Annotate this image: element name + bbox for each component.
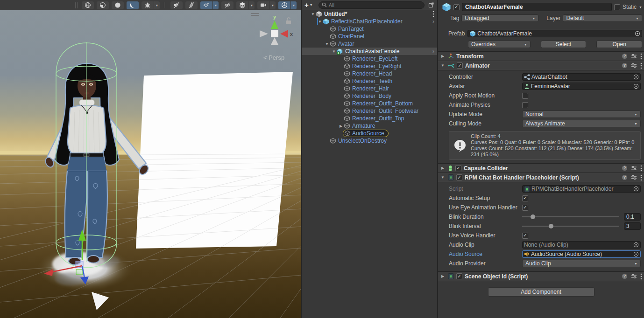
scene-object-id-component-header[interactable]: ▶ # ✓ Scene Object Id (Script) ?	[438, 271, 644, 281]
hierarchy-item-reflectischatbotplaceholder[interactable]: ▼ReflectisChatBotPlaceholder›	[302, 18, 437, 25]
culling-mode-dropdown[interactable]: Always Animate▼	[522, 120, 641, 127]
prefab-field[interactable]: ChatbotAvatarFemale	[467, 30, 642, 37]
draw-shaded-wire-button[interactable]	[97, 1, 109, 9]
animate-physics-checkbox[interactable]	[522, 102, 528, 108]
help-icon[interactable]: ?	[622, 273, 628, 279]
blink-duration-value[interactable]: 0.1	[624, 213, 641, 221]
hierarchy-item-untitled-[interactable]: ▼Untitled*	[302, 10, 437, 18]
prefab-open-chevron[interactable]: ›	[432, 18, 434, 25]
foldout-expanded-icon[interactable]: ▼	[324, 42, 330, 46]
hierarchy-item-armature[interactable]: ▶Armature	[302, 122, 437, 130]
scene-object-id-enabled-checkbox[interactable]: ✓	[456, 273, 462, 279]
prefab-select-button[interactable]: Select	[541, 41, 587, 48]
kebab-menu-icon[interactable]	[640, 174, 642, 181]
kebab-menu-icon[interactable]	[640, 273, 642, 280]
kebab-menu-icon[interactable]	[640, 165, 642, 172]
layers-button[interactable]	[236, 1, 248, 9]
kebab-menu-icon[interactable]	[640, 53, 642, 60]
audio-source-field[interactable]: AudioSource (Audio Source)	[522, 250, 641, 258]
object-picker-icon[interactable]	[633, 186, 639, 192]
audio-provider-dropdown[interactable]: Audio Clip▼	[522, 260, 641, 267]
gizmos-button[interactable]	[278, 1, 290, 9]
apply-root-motion-checkbox[interactable]	[522, 93, 528, 99]
capsule-collider-component-header[interactable]: ▶ ✓ Capsule Collider ?	[438, 163, 644, 173]
hierarchy-item-renderer-head[interactable]: Renderer_Head	[302, 70, 437, 77]
scene-debug-dropdown-caret[interactable]: ▼	[154, 1, 160, 9]
hierarchy-item-renderer-eyeleft[interactable]: Renderer_EyeLeft	[302, 55, 437, 62]
audio-muted-button[interactable]	[170, 1, 183, 9]
gizmos-dropdown-caret[interactable]: ▼	[290, 1, 297, 9]
help-icon[interactable]: ?	[622, 174, 628, 180]
hierarchy-item-renderer-teeth[interactable]: Renderer_Teeth	[302, 77, 437, 85]
hidden-objects-button[interactable]	[221, 1, 234, 9]
use-voice-handler-checkbox[interactable]: ✓	[522, 233, 528, 239]
draw-solid-button[interactable]	[112, 1, 124, 9]
add-component-button[interactable]: Add Component	[488, 287, 594, 297]
scene-picker-icon[interactable]	[428, 2, 434, 8]
prefab-open-chevron[interactable]: ›	[432, 48, 434, 55]
hierarchy-item-unselectondestroy[interactable]: UnselectOnDestroy	[302, 137, 437, 145]
audio-clip-field[interactable]: None (Audio Clip)	[522, 241, 641, 249]
effects-button[interactable]	[200, 1, 212, 9]
object-picker-icon[interactable]	[633, 242, 639, 248]
scene-viewport[interactable]: y x < Persp	[0, 10, 301, 318]
scene-debug-button[interactable]	[142, 1, 154, 9]
hierarchy-item-renderer-eyeright[interactable]: Renderer_EyeRight	[302, 62, 437, 70]
create-object-button[interactable]: +▼	[304, 2, 313, 8]
object-picker-icon[interactable]	[633, 251, 639, 257]
foldout-collapsed-icon[interactable]: ▶	[338, 124, 344, 128]
automatic-setup-checkbox[interactable]: ✓	[522, 195, 528, 201]
transform-component-header[interactable]: ▶ Transform ?	[438, 51, 644, 61]
avatar-field[interactable]: FeminineAvatar	[522, 83, 641, 90]
hierarchy-search-input[interactable]: All	[318, 1, 425, 9]
static-checkbox[interactable]	[614, 4, 620, 10]
capsule-collider-enabled-checkbox[interactable]: ✓	[455, 165, 461, 171]
hierarchy-item-avatar[interactable]: ▼Avatar	[302, 40, 437, 48]
tag-dropdown[interactable]: Untagged▼	[461, 14, 538, 22]
hierarchy-item-pantarget[interactable]: PanTarget	[302, 25, 437, 33]
help-icon[interactable]: ?	[622, 53, 628, 59]
rpm-script-component-header[interactable]: ▼ # ✓ RPM Chat Bot Handler Placeholder (…	[438, 173, 644, 182]
effects-dropdown-caret[interactable]: ▼	[212, 1, 219, 9]
hierarchy-item-chatpanel[interactable]: ChatPanel	[302, 33, 437, 40]
help-icon[interactable]: ?	[622, 165, 628, 171]
blink-duration-slider[interactable]: 0.1	[522, 213, 641, 221]
help-icon[interactable]: ?	[622, 62, 628, 69]
layers-dropdown-caret[interactable]: ▼	[248, 1, 255, 9]
object-picker-icon[interactable]	[635, 31, 640, 36]
presets-icon[interactable]	[631, 273, 637, 279]
update-mode-dropdown[interactable]: Normal▼	[522, 111, 641, 118]
animator-component-header[interactable]: ▼ ✓ Animator ?	[438, 61, 644, 70]
blink-interval-value[interactable]: 3	[624, 222, 641, 230]
presets-icon[interactable]	[631, 174, 637, 180]
rpm-script-enabled-checkbox[interactable]: ✓	[456, 174, 462, 180]
hierarchy-item-audiosource[interactable]: AudioSource	[302, 130, 437, 137]
static-dropdown-caret[interactable]: ▼	[639, 6, 642, 9]
camera-view-button[interactable]	[257, 1, 269, 9]
presets-icon[interactable]	[631, 53, 637, 59]
hierarchy-item-renderer-hair[interactable]: Renderer_Hair	[302, 85, 437, 92]
scene-kebab-menu-icon[interactable]	[432, 11, 434, 17]
foldout-expanded-icon[interactable]: ▼	[317, 20, 323, 24]
hierarchy-item-renderer-outfit-bottom[interactable]: Renderer_Outfit_Bottom	[302, 100, 437, 107]
prefab-open-button[interactable]: Open	[596, 41, 642, 48]
active-checkbox[interactable]: ✓	[453, 4, 460, 10]
foldout-expanded-icon[interactable]: ▼	[310, 12, 316, 16]
hierarchy-item-chatbotavatarfemale[interactable]: ▼ChatbotAvatarFemale›	[302, 48, 437, 55]
script-field[interactable]: # RPMChatBotHandlerPlaceholder	[522, 185, 641, 193]
lighting-off-button[interactable]	[185, 1, 198, 9]
overrides-dropdown[interactable]: Overrides▼	[468, 41, 531, 48]
object-picker-icon[interactable]	[633, 83, 639, 89]
layer-dropdown[interactable]: Default▼	[563, 14, 642, 22]
use-eye-animation-checkbox[interactable]: ✓	[522, 205, 528, 211]
camera-view-dropdown-caret[interactable]: ▼	[269, 1, 276, 9]
presets-icon[interactable]	[631, 165, 637, 171]
draw-textured-button[interactable]	[127, 1, 139, 9]
hierarchy-item-renderer-body[interactable]: Renderer_Body	[302, 92, 437, 100]
kebab-menu-icon[interactable]	[640, 62, 642, 69]
blink-interval-slider[interactable]: 3	[522, 222, 641, 230]
foldout-expanded-icon[interactable]: ▼	[331, 49, 337, 54]
gameobject-name-field[interactable]: ChatbotAvatarFemale	[462, 3, 612, 11]
hierarchy-item-renderer-outfit-footwear[interactable]: Renderer_Outfit_Footwear	[302, 107, 437, 115]
animator-enabled-checkbox[interactable]: ✓	[457, 62, 463, 69]
